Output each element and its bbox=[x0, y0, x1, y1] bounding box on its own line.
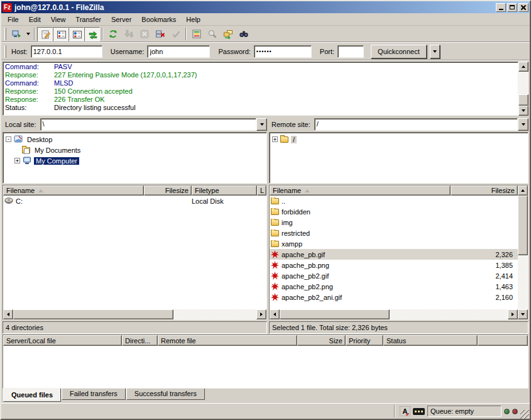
remote-site-value[interactable]: / bbox=[314, 118, 518, 131]
site-manager-button[interactable] bbox=[8, 27, 24, 41]
file-row[interactable]: restricted bbox=[270, 228, 518, 238]
remote-site-dropdown[interactable] bbox=[518, 118, 528, 131]
quickconnect-grip[interactable] bbox=[4, 45, 6, 58]
scroll-left-button[interactable] bbox=[270, 309, 280, 319]
scroll-thumb[interactable] bbox=[518, 196, 528, 255]
quickconnect-button[interactable]: Quickconnect bbox=[371, 45, 427, 58]
scroll-thumb[interactable] bbox=[280, 309, 390, 319]
remote-list-body[interactable]: .. forbidden img restricted xampp apache… bbox=[270, 196, 518, 309]
disconnect-button[interactable] bbox=[152, 27, 168, 41]
file-row[interactable]: apache_pb2_ani.gif2,160 bbox=[270, 292, 518, 302]
menu-file[interactable]: File bbox=[3, 14, 24, 25]
message-log[interactable]: Command:PASV Response:227 Entering Passi… bbox=[3, 62, 518, 116]
file-row[interactable]: forbidden bbox=[270, 206, 518, 217]
local-hscrollbar[interactable] bbox=[3, 309, 266, 319]
column-header-filesize[interactable]: Filesize bbox=[144, 185, 192, 196]
tree-item-label[interactable]: My Documents bbox=[33, 146, 82, 154]
menu-transfer[interactable]: Transfer bbox=[70, 14, 106, 25]
title-bar[interactable]: Fz john@127.0.0.1 - FileZilla bbox=[1, 1, 530, 13]
menu-view[interactable]: View bbox=[46, 14, 71, 25]
file-row[interactable]: xampp bbox=[270, 238, 518, 249]
scroll-right-button[interactable] bbox=[256, 309, 266, 319]
column-header-remote-file[interactable]: Remote file bbox=[158, 335, 297, 346]
file-row[interactable]: apache_pb2.gif2,414 bbox=[270, 270, 518, 281]
scroll-down-button[interactable] bbox=[518, 106, 528, 116]
tree-item-my-documents[interactable]: My Documents bbox=[4, 145, 266, 155]
toggle-remote-tree-button[interactable] bbox=[68, 27, 84, 41]
scroll-track[interactable] bbox=[390, 309, 508, 319]
column-header-filename[interactable]: Filename bbox=[3, 185, 144, 196]
file-row[interactable]: .. bbox=[270, 196, 518, 206]
cancel-operation-button[interactable] bbox=[136, 27, 152, 41]
close-button[interactable] bbox=[518, 3, 528, 12]
tree-item-root[interactable]: + / bbox=[271, 134, 528, 145]
column-header-status[interactable]: Status bbox=[383, 335, 478, 346]
local-list-body[interactable]: C: Local Disk bbox=[3, 196, 266, 309]
menu-help[interactable]: Help bbox=[181, 14, 205, 25]
menu-server[interactable]: Server bbox=[106, 14, 136, 25]
toggle-message-log-button[interactable] bbox=[37, 27, 53, 41]
log-scrollbar[interactable] bbox=[518, 62, 528, 116]
maximize-button[interactable] bbox=[507, 3, 517, 12]
process-queue-button[interactable] bbox=[121, 27, 136, 41]
local-site-dropdown[interactable] bbox=[256, 118, 267, 131]
tab-successful-transfers[interactable]: Successful transfers bbox=[126, 389, 205, 400]
username-input[interactable] bbox=[147, 45, 210, 58]
column-header-filesize[interactable]: Filesize bbox=[451, 185, 518, 196]
scroll-track[interactable] bbox=[518, 72, 528, 94]
scroll-left-button[interactable] bbox=[3, 309, 13, 319]
remote-tree[interactable]: + / bbox=[269, 132, 528, 184]
local-site-value[interactable]: \ bbox=[40, 118, 256, 131]
scroll-thumb[interactable] bbox=[13, 309, 173, 319]
ascii-transfer-indicator-icon[interactable]: A bbox=[400, 406, 410, 416]
toolbar-grip[interactable] bbox=[4, 28, 6, 40]
file-row-selected[interactable]: apache_pb.gif2,326 bbox=[270, 249, 518, 260]
local-site-combo[interactable]: \ bbox=[40, 118, 267, 131]
minimize-button[interactable] bbox=[496, 3, 506, 12]
directory-comparison-button[interactable] bbox=[220, 27, 236, 41]
scroll-down-button[interactable] bbox=[518, 309, 528, 319]
resize-grip[interactable] bbox=[520, 410, 529, 419]
queue-body[interactable] bbox=[3, 346, 528, 388]
tree-item-desktop[interactable]: - Desktop bbox=[4, 134, 266, 145]
column-header-priority[interactable]: Priority bbox=[346, 335, 383, 346]
filter-button[interactable] bbox=[189, 27, 204, 41]
scroll-up-button[interactable] bbox=[518, 185, 528, 196]
tree-item-label[interactable]: Desktop bbox=[25, 136, 54, 143]
tree-item-label[interactable]: My Computer bbox=[34, 157, 79, 165]
quickconnect-dropdown[interactable] bbox=[430, 45, 440, 58]
tree-item-my-computer[interactable]: + My Computer bbox=[4, 155, 266, 166]
column-header-filetype[interactable]: Filetype bbox=[192, 185, 257, 196]
synchronized-browsing-button[interactable] bbox=[236, 27, 251, 41]
menu-edit[interactable]: Edit bbox=[24, 14, 46, 25]
speedlimit-indicator-icon[interactable] bbox=[413, 408, 425, 415]
tab-failed-transfers[interactable]: Failed transfers bbox=[62, 389, 126, 400]
file-row-local-disk[interactable]: C: Local Disk bbox=[3, 196, 266, 206]
column-header-filename[interactable]: Filename bbox=[270, 185, 451, 196]
collapse-icon[interactable]: - bbox=[6, 136, 11, 142]
password-input[interactable] bbox=[254, 45, 312, 58]
menu-bookmarks[interactable]: Bookmarks bbox=[136, 14, 181, 25]
remote-site-combo[interactable]: / bbox=[314, 118, 528, 131]
remote-vscrollbar[interactable] bbox=[518, 185, 528, 319]
expand-icon[interactable]: + bbox=[272, 136, 278, 142]
toggle-queue-button[interactable] bbox=[84, 27, 100, 41]
file-row[interactable]: apache_pb2.png1,463 bbox=[270, 281, 518, 292]
port-input[interactable] bbox=[337, 45, 364, 58]
local-tree[interactable]: - Desktop My Documents + My Computer bbox=[3, 132, 267, 184]
column-header-direction[interactable]: Directi... bbox=[122, 335, 158, 346]
scroll-track[interactable] bbox=[518, 255, 528, 309]
tab-queued-files[interactable]: Queued files bbox=[3, 389, 61, 402]
file-row[interactable]: img bbox=[270, 217, 518, 228]
toggle-local-tree-button[interactable] bbox=[53, 27, 68, 41]
scroll-right-button[interactable] bbox=[508, 309, 518, 319]
tree-item-label[interactable]: / bbox=[291, 136, 297, 143]
scroll-up-button[interactable] bbox=[518, 62, 528, 72]
host-input[interactable] bbox=[31, 45, 102, 58]
find-files-button[interactable] bbox=[204, 27, 220, 41]
reconnect-button[interactable] bbox=[168, 27, 183, 41]
file-row[interactable]: apache_pb.png1,385 bbox=[270, 260, 518, 270]
scroll-thumb[interactable] bbox=[518, 94, 528, 106]
column-header-local-file[interactable]: Server/Local file bbox=[3, 335, 122, 346]
refresh-button[interactable] bbox=[105, 27, 121, 41]
